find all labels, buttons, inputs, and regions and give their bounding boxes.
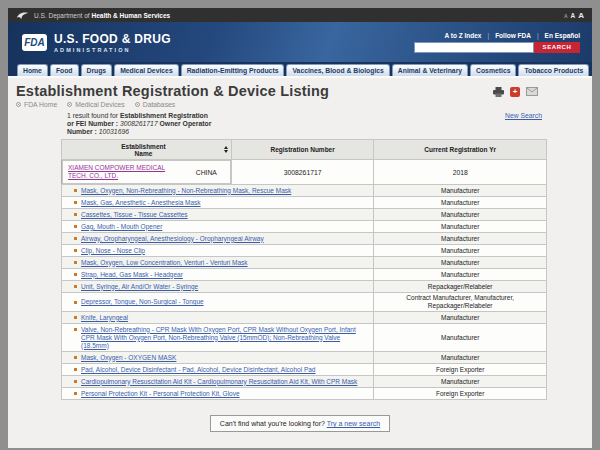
product-link[interactable]: Gag, Mouth - Mouth Opener xyxy=(81,223,162,231)
bullet-icon xyxy=(74,380,77,383)
product-row: Airway, Oropharyngeal, Anesthesiology - … xyxy=(62,233,547,245)
nav-tab[interactable]: Drugs xyxy=(81,64,113,77)
fda-brand[interactable]: FDA U.S. FOOD & DRUG ADMINISTRATION xyxy=(22,32,171,53)
nav-tab[interactable]: Vaccines, Blood & Biologics xyxy=(286,64,389,77)
nav-tab[interactable]: Medical Devices xyxy=(114,64,179,77)
breadcrumb-item[interactable]: Medical Devices xyxy=(67,101,124,108)
font-size-button[interactable]: A xyxy=(564,13,568,19)
table-header-row: Establishment Name Registration Number C… xyxy=(62,140,547,160)
search-input[interactable] xyxy=(414,42,534,53)
bullet-icon xyxy=(74,261,77,264)
product-row: Strap, Head, Gas Mask - Headgear Manufac… xyxy=(62,269,547,281)
main-nav: Home Food Drugs Medical Devices Radiatio… xyxy=(8,62,592,78)
product-activity: Manufacturer xyxy=(374,324,547,352)
bullet-icon xyxy=(74,201,77,204)
bullet-icon xyxy=(74,285,77,288)
product-row: Mask, Oxygen, Non-Rebreathing - Non-Rebr… xyxy=(62,185,547,197)
registration-year-header: Current Registration Yr xyxy=(374,140,547,160)
product-row: Valve, Non-Rebreathing - CPR Mask With O… xyxy=(62,324,547,352)
nav-tab[interactable]: Cosmetics xyxy=(470,64,516,77)
bullet-icon xyxy=(74,392,77,395)
font-size-button[interactable]: A xyxy=(571,12,576,19)
breadcrumb-bullet-icon xyxy=(16,102,21,107)
product-link[interactable]: Personal Protection Kit - Personal Prote… xyxy=(81,390,240,398)
product-row: Mask, Oxygen, Low Concentration, Venturi… xyxy=(62,257,547,269)
product-link[interactable]: Unit, Syringe, Air And/Or Water - Syring… xyxy=(81,283,198,291)
product-activity: Repackager/Relabeler xyxy=(374,281,547,293)
header-quick-link[interactable]: Follow FDA xyxy=(481,32,530,39)
product-link[interactable]: Airway, Oropharyngeal, Anesthesiology - … xyxy=(81,235,264,243)
product-row: Mask, Oxygen - OXYGEN MASK Manufacturer xyxy=(62,352,547,364)
bullet-icon xyxy=(74,273,77,276)
try-new-search-link[interactable]: Try a new search xyxy=(327,420,380,427)
nav-tab[interactable]: Tobacco Products xyxy=(518,64,589,77)
registration-number-value: 3008261717 xyxy=(231,160,374,185)
share-icon[interactable]: + xyxy=(510,87,520,97)
header-quick-link[interactable]: A to Z Index xyxy=(444,32,481,39)
hhs-top-bar: U.S. Department of Health & Human Servic… xyxy=(8,8,592,22)
product-activity: Manufacturer xyxy=(374,245,547,257)
product-activity: Manufacturer xyxy=(374,209,547,221)
product-row: Mask, Gas, Anesthetic - Anesthesia Mask … xyxy=(62,197,547,209)
breadcrumb: FDA Home Medical Devices Databases xyxy=(16,101,329,108)
product-row: Unit, Syringe, Air And/Or Water - Syring… xyxy=(62,281,547,293)
product-link[interactable]: Mask, Gas, Anesthetic - Anesthesia Mask xyxy=(81,199,201,207)
bullet-icon xyxy=(74,213,77,216)
email-icon[interactable] xyxy=(526,87,538,96)
establishment-name-link[interactable]: XIAMEN COMPOWER MEDICAL TECH. CO., LTD. xyxy=(68,164,174,180)
font-size-button[interactable]: A xyxy=(578,11,584,20)
product-row: Knife, Laryngeal Manufacturer xyxy=(62,312,547,324)
bullet-icon xyxy=(74,225,77,228)
product-link[interactable]: Pad, Alcohol, Device Disinfectant - Pad,… xyxy=(81,366,316,374)
breadcrumb-item[interactable]: Databases xyxy=(135,101,176,108)
product-link[interactable]: Valve, Non-Rebreathing - CPR Mask With O… xyxy=(81,326,369,350)
product-link[interactable]: Depressor, Tongue, Non-Surgical - Tongue xyxy=(81,298,204,306)
nav-tab[interactable]: Animal & Veterinary xyxy=(392,64,468,77)
hhs-dept-name: Health & Human Services xyxy=(91,12,170,19)
hhs-department-label[interactable]: U.S. Department of Health & Human Servic… xyxy=(34,12,170,19)
nav-tab[interactable]: Radiation-Emitting Products xyxy=(181,64,285,77)
bullet-icon xyxy=(74,301,77,304)
product-link[interactable]: Clip, Nose - Nose Clip xyxy=(81,247,145,255)
nav-tabs: Home Food Drugs Medical Devices Radiatio… xyxy=(17,64,591,77)
nav-tab[interactable]: Home xyxy=(17,64,48,77)
product-activity: Manufacturer xyxy=(374,312,547,324)
product-link[interactable]: Knife, Laryngeal xyxy=(81,314,128,322)
results-summary: 1 result found for Establishment Registr… xyxy=(67,112,211,136)
product-row: Depressor, Tongue, Non-Surgical - Tongue… xyxy=(62,293,547,312)
product-link[interactable]: Mask, Oxygen, Non-Rebreathing - Non-Rebr… xyxy=(81,187,291,195)
hhs-eagle-icon xyxy=(16,11,29,20)
header-quick-links: A to Z Index Follow FDA En Español xyxy=(444,32,580,39)
content: Establishment Registration & Device List… xyxy=(8,78,592,448)
print-icon[interactable] xyxy=(493,87,504,97)
product-activity: Manufacturer xyxy=(374,197,547,209)
product-activity: Manufacturer xyxy=(374,185,547,197)
new-search-link[interactable]: New Search xyxy=(505,112,542,119)
product-row: Personal Protection Kit - Personal Prote… xyxy=(62,388,547,400)
product-link[interactable]: Cassettes, Tissue - Tissue Cassettes xyxy=(81,211,188,219)
product-activity: Foreign Exporter xyxy=(374,388,547,400)
product-link[interactable]: Mask, Oxygen, Low Concentration, Venturi… xyxy=(81,259,248,267)
sort-icon[interactable] xyxy=(224,146,228,153)
breadcrumb-bullet-icon xyxy=(67,102,72,107)
product-row: Gag, Mouth - Mouth Opener Manufacturer xyxy=(62,221,547,233)
product-link[interactable]: Strap, Head, Gas Mask - Headgear xyxy=(81,271,183,279)
product-row: Pad, Alcohol, Device Disinfectant - Pad,… xyxy=(62,364,547,376)
fda-logo[interactable]: FDA xyxy=(22,34,47,51)
establishment-country: CHINA xyxy=(196,169,217,176)
cant-find-box: Can't find what you're looking for? Try … xyxy=(210,415,390,432)
product-activity: Foreign Exporter xyxy=(374,364,547,376)
product-activity: Manufacturer xyxy=(374,257,547,269)
device-listing-table: Establishment Name Registration Number C… xyxy=(61,139,547,400)
hhs-dept-prefix: U.S. Department of xyxy=(34,12,90,19)
product-link[interactable]: Mask, Oxygen - OXYGEN MASK xyxy=(81,354,176,362)
product-link[interactable]: Cardiopulmonary Resuscitation Aid Kit - … xyxy=(81,378,357,386)
bullet-icon xyxy=(74,237,77,240)
brand-line2: ADMINISTRATION xyxy=(54,47,171,53)
device-listing-body: XIAMEN COMPOWER MEDICAL TECH. CO., LTD. … xyxy=(62,160,547,400)
breadcrumb-item[interactable]: FDA Home xyxy=(16,101,57,108)
search-button[interactable]: SEARCH xyxy=(534,42,580,53)
nav-tab[interactable]: Food xyxy=(50,64,79,77)
registration-year-value: 2018 xyxy=(374,160,547,185)
header-quick-link[interactable]: En Español xyxy=(531,32,580,39)
